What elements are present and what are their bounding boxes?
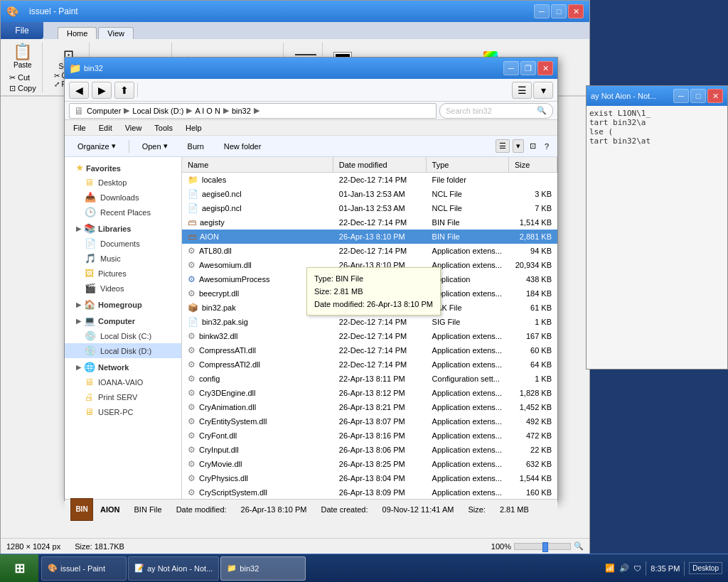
paint-close-btn[interactable]: ✕ [568, 4, 584, 18]
file-row[interactable]: ⚙ config 22-Apr-13 8:11 PM Configuration… [182, 372, 557, 386]
paint-file-btn[interactable]: File [1, 22, 43, 39]
nav-print[interactable]: 🖨 Print SERV [65, 389, 181, 404]
file-row[interactable]: ⚙ CryPhysics.dll 26-Apr-13 8:04 PM Appli… [182, 471, 557, 485]
file-row[interactable]: ⚙ CryScriptSystem.dll 26-Apr-13 8:09 PM … [182, 485, 557, 499]
file-row[interactable]: ⚙ CryEntitySystem.dll 26-Apr-13 8:07 PM … [182, 414, 557, 429]
nav-downloads[interactable]: 📥 Downloads [65, 190, 181, 205]
file-cell-size: 64 KB [509, 357, 557, 371]
file-row[interactable]: ⚙ binkw32.dll 22-Dec-12 7:14 PM Applicat… [182, 329, 557, 343]
address-segment-computer[interactable]: Computer [87, 107, 121, 115]
copy-btn[interactable]: ⊡ Copy [9, 84, 36, 93]
paint-tab-view[interactable]: View [98, 27, 134, 39]
nav-ioana[interactable]: 🖥 IOANA-VAIO [65, 374, 181, 389]
menu-view[interactable]: View [119, 122, 148, 134]
col-date-header[interactable]: Date modified [333, 157, 427, 172]
file-cell-type: BIN File [427, 230, 509, 243]
col-size-header[interactable]: Size [509, 157, 557, 172]
file-name-text: CryMovie.dll [199, 460, 242, 468]
homegroup-arrow: ▶ [76, 301, 81, 308]
address-segment-drive[interactable]: Local Disk (D:) [132, 107, 183, 115]
file-type-icon: 📦 [188, 303, 198, 313]
col-type-header[interactable]: Type [427, 157, 509, 172]
file-row[interactable]: ⚙ Cry3DEngine.dll 26-Apr-13 8:12 PM Appl… [182, 386, 557, 400]
libraries-section: ▶ 📚 Libraries 📄 Documents 🎵 Music 🖼 [65, 221, 181, 296]
downloads-icon: 📥 [85, 192, 96, 203]
print-label: Print SERV [98, 393, 137, 402]
nav-local-d[interactable]: 💿 Local Disk (D:) [65, 343, 181, 358]
explorer-minimize-btn[interactable]: ─ [503, 61, 519, 75]
nav-pictures[interactable]: 🖼 Pictures [65, 266, 181, 281]
explorer-restore-btn[interactable]: ❐ [520, 61, 536, 75]
file-cell-size: 20,934 KB [509, 258, 557, 271]
explorer-close-btn[interactable]: ✕ [537, 61, 553, 75]
file-row[interactable]: 📁 locales 22-Dec-12 7:14 PM File folder [182, 173, 557, 187]
menu-file[interactable]: File [68, 122, 92, 134]
nav-local-c[interactable]: 💿 Local Disk (C:) [65, 328, 181, 343]
menu-tools[interactable]: Tools [149, 122, 178, 134]
file-row[interactable]: ⚙ ATL80.dll 22-Dec-12 7:14 PM Applicatio… [182, 244, 557, 258]
organize-btn[interactable]: Organize ▾ [70, 140, 123, 152]
zoom-slider[interactable] [514, 543, 571, 550]
file-row[interactable]: 📄 aegise0.ncl 01-Jan-13 2:53 AM NCL File… [182, 187, 557, 201]
paint-minimize-btn[interactable]: ─ [534, 4, 550, 18]
details-view-btn[interactable]: ▾ [513, 139, 524, 153]
file-row[interactable]: ⚙ CompressATl2.dll 22-Dec-12 7:14 PM App… [182, 357, 557, 372]
file-row[interactable]: 🗃 AION 26-Apr-13 8:10 PM BIN File 2,881 … [182, 230, 557, 244]
burn-btn[interactable]: Burn [181, 141, 211, 152]
file-row[interactable]: 🗃 aegisty 22-Dec-12 7:14 PM BIN File 1,5… [182, 215, 557, 230]
status-date-created-label: Date created: [321, 505, 368, 514]
file-row[interactable]: ⚙ CryMovie.dll 26-Apr-13 8:25 PM Applica… [182, 457, 557, 471]
computer-header[interactable]: ▶ 💻 Computer [65, 313, 181, 328]
back-btn[interactable]: ◀ [69, 82, 89, 99]
file-cell-size: 438 KB [509, 272, 557, 286]
paste-btn[interactable]: 📋 Paste [11, 41, 33, 70]
paint-maximize-btn[interactable]: □ [551, 4, 567, 18]
up-btn[interactable]: ⬆ [114, 82, 134, 99]
notepad-close-btn[interactable]: ✕ [707, 89, 723, 103]
paint-tab-home[interactable]: Home [58, 27, 97, 39]
nav-desktop[interactable]: 🖥 Desktop [65, 175, 181, 190]
file-list[interactable]: 📁 locales 22-Dec-12 7:14 PM File folder … [182, 173, 557, 499]
notepad-maximize-btn[interactable]: □ [690, 89, 706, 103]
search-icon: 🔍 [537, 106, 547, 115]
col-name-header[interactable]: Name [182, 157, 333, 172]
nav-videos[interactable]: 🎬 Videos [65, 281, 181, 296]
file-cell-type: Application extens... [427, 244, 509, 257]
file-type-icon: ⚙ [188, 473, 196, 483]
nav-documents[interactable]: 📄 Documents [65, 236, 181, 251]
view-sort-btn[interactable]: ▾ [533, 82, 553, 99]
nav-user-pc[interactable]: 🖥 USER-PC [65, 404, 181, 419]
file-row[interactable]: 📄 bin32.pak.sig 22-Dec-12 7:14 PM SIG Fi… [182, 315, 557, 329]
address-path[interactable]: 🖥 Computer ▶ Local Disk (D:) ▶ A I O N ▶… [69, 103, 437, 119]
notepad-minimize-btn[interactable]: ─ [673, 89, 689, 103]
address-search[interactable]: Search bin32 🔍 [439, 103, 553, 119]
help-btn[interactable]: ? [542, 141, 552, 152]
file-type-icon: ⚙ [188, 289, 196, 298]
address-segment-aion[interactable]: A I O N [195, 107, 220, 115]
list-view-btn[interactable]: ☰ [496, 139, 510, 153]
menu-help[interactable]: Help [180, 122, 208, 134]
file-cell-type: Application extens... [427, 386, 509, 399]
homegroup-header[interactable]: ▶ 🏠 Homegroup [65, 297, 181, 312]
favorites-header[interactable]: ★ Favorites [65, 161, 181, 175]
file-row[interactable]: ⚙ CryInput.dll 26-Apr-13 8:06 PM Applica… [182, 443, 557, 457]
new-folder-btn[interactable]: New folder [217, 141, 269, 152]
preview-pane-btn[interactable]: ⊡ [527, 140, 539, 152]
file-row[interactable]: ⚙ CryFont.dll 26-Apr-13 8:16 PM Applicat… [182, 429, 557, 443]
size-1[interactable] [295, 54, 316, 55]
file-row[interactable]: 📄 aegisp0.ncl 01-Jan-13 2:53 AM NCL File… [182, 201, 557, 215]
nav-music[interactable]: 🎵 Music [65, 251, 181, 266]
documents-icon: 📄 [85, 238, 96, 249]
local-c-icon: 💿 [85, 330, 96, 341]
open-btn[interactable]: Open ▾ [135, 140, 175, 152]
network-header[interactable]: ▶ 🌐 Network [65, 360, 181, 374]
forward-btn[interactable]: ▶ [92, 82, 112, 99]
file-row[interactable]: ⚙ CompressATl.dll 22-Dec-12 7:14 PM Appl… [182, 343, 557, 357]
nav-recent[interactable]: 🕒 Recent Places [65, 205, 181, 220]
file-row[interactable]: ⚙ CryAnimation.dll 26-Apr-13 8:21 PM App… [182, 400, 557, 414]
menu-edit[interactable]: Edit [93, 122, 118, 134]
cut-btn[interactable]: ✂ Cut [9, 73, 36, 82]
libraries-header[interactable]: ▶ 📚 Libraries [65, 221, 181, 236]
view-change-btn[interactable]: ☰ [512, 82, 532, 99]
address-segment-bin32[interactable]: bin32 [232, 107, 251, 115]
